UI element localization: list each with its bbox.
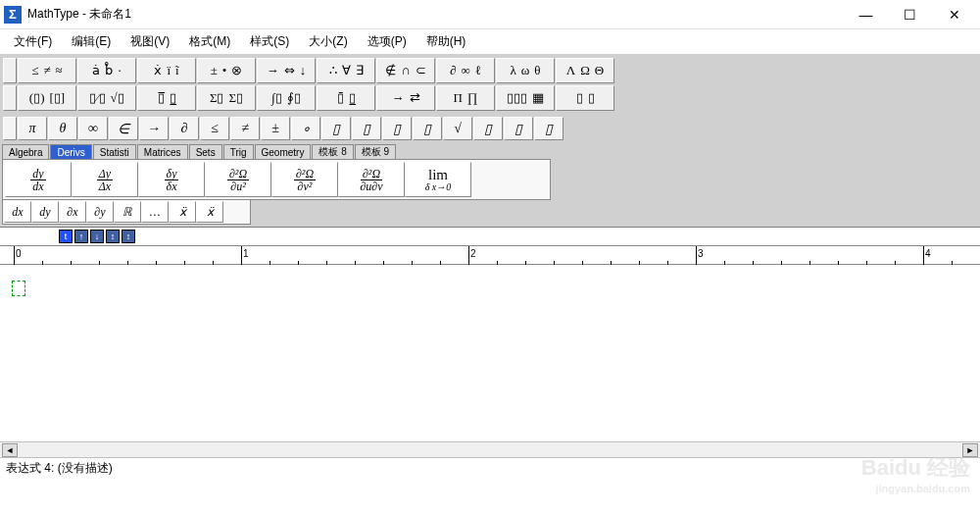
symbol-palette-5[interactable]: ∴∀∃ (317, 58, 375, 83)
constant-16[interactable]: ▯ (504, 117, 533, 140)
maximize-button[interactable]: ☐ (888, 1, 932, 28)
constant-3[interactable]: ∈ (109, 117, 138, 140)
constant-14[interactable]: √ (443, 117, 472, 140)
symbol-palette-8[interactable]: ▯▯▯▦ (496, 85, 555, 111)
tab-statisti[interactable]: Statisti (93, 144, 136, 159)
menu-7[interactable]: 帮助(H) (416, 30, 476, 53)
symbol-palette-2[interactable]: ▯̅▯̲ (137, 85, 196, 111)
constant-2[interactable]: ∞ (78, 117, 108, 140)
tab-matrices[interactable]: Matrices (137, 144, 188, 159)
constant-8[interactable]: ± (261, 117, 290, 140)
menu-4[interactable]: 样式(S) (240, 30, 299, 53)
menu-2[interactable]: 视图(V) (121, 30, 179, 53)
symbol-palette-0[interactable]: (▯)[▯] (18, 85, 76, 111)
minimize-button[interactable]: — (844, 1, 888, 28)
deriv-expr-6[interactable]: limδ x→0 (405, 162, 471, 197)
toolbar-handle[interactable] (3, 85, 17, 111)
app-icon: Σ (4, 6, 22, 24)
toolbar-handle[interactable] (3, 58, 17, 83)
symbol-palette-0[interactable]: ≤≠≈ (18, 58, 76, 83)
deriv-expr-1[interactable]: ΔyΔx (72, 162, 138, 197)
constant-1[interactable]: θ (48, 117, 77, 140)
symbol-palette-4[interactable]: →⇔↓ (257, 58, 316, 83)
deriv-expr-5[interactable]: ∂²Ω∂u∂v (338, 162, 405, 197)
deriv-sym-0[interactable]: dx (4, 201, 31, 223)
constant-9[interactable]: ∘ (291, 117, 320, 140)
deriv-sym-4[interactable]: ℝ (114, 201, 141, 223)
symbol-palette-5[interactable]: ▯̄▯̲ (317, 85, 375, 111)
ruler[interactable]: 01234 (0, 245, 980, 265)
constant-0[interactable]: π (18, 117, 47, 140)
status-bar: 表达式 4: (没有描述) (0, 457, 980, 475)
symbol-palette-1[interactable]: ▯⁄▯√▯ (77, 85, 136, 111)
window-title: MathType - 未命名1 (27, 6, 844, 23)
deriv-sym-1[interactable]: dy (31, 201, 59, 223)
tabstrip-icon-4[interactable]: ↕ (122, 230, 135, 243)
tabstrip-icon-3[interactable]: ↕ (106, 230, 120, 243)
menu-3[interactable]: 格式(M) (179, 30, 240, 53)
tab-trig[interactable]: Trig (223, 144, 254, 159)
symbol-palette-3[interactable]: Σ▯Σ▯ (197, 85, 256, 111)
menu-6[interactable]: 选项(P) (358, 30, 416, 53)
watermark: Baidu 经验 jingyan.baidu.com (861, 453, 970, 494)
tab-模板 9[interactable]: 模板 9 (355, 144, 396, 159)
deriv-expr-4[interactable]: ∂²Ω∂v² (271, 162, 338, 197)
tab-derivs[interactable]: Derivs (50, 144, 91, 159)
tabstrip-icon-2[interactable]: ↓ (90, 230, 104, 243)
constant-5[interactable]: ∂ (170, 117, 199, 140)
menu-1[interactable]: 编辑(E) (62, 30, 121, 53)
deriv-expr-3[interactable]: ∂²Ω∂u² (205, 162, 271, 197)
symbol-palette-2[interactable]: ẋïĩ (137, 58, 196, 83)
ruler-mark-3: 3 (698, 248, 704, 259)
tabstrip-icon-0[interactable]: t (59, 230, 73, 243)
horizontal-scrollbar[interactable]: ◄ ► (0, 441, 980, 457)
const-handle[interactable] (3, 117, 17, 140)
deriv-sym-7[interactable]: ẍ (196, 201, 223, 223)
constant-11[interactable]: ▯ (352, 117, 381, 140)
constant-13[interactable]: ▯ (413, 117, 442, 140)
tabstrip-icon-1[interactable]: ↑ (74, 230, 88, 243)
menu-5[interactable]: 大小(Z) (299, 30, 357, 53)
ruler-mark-0: 0 (16, 248, 22, 259)
symbol-palette-8[interactable]: λωθ (496, 58, 555, 83)
editor-area[interactable] (0, 265, 980, 441)
symbol-palette-9[interactable]: ▯▯ (556, 85, 614, 111)
symbol-palette-6[interactable]: ∉∩⊂ (376, 58, 435, 83)
symbol-palette-4[interactable]: ∫▯∮▯ (257, 85, 316, 111)
constant-15[interactable]: ▯ (473, 117, 503, 140)
constant-4[interactable]: → (139, 117, 169, 140)
tab-模板 8[interactable]: 模板 8 (312, 144, 353, 159)
constant-10[interactable]: ▯ (321, 117, 351, 140)
symbol-palette-6[interactable]: →⇄ (376, 85, 435, 111)
equation-cursor (12, 281, 25, 296)
symbol-palette-3[interactable]: ±•⊗ (197, 58, 256, 83)
symbol-palette-7[interactable]: ∂∞ℓ (436, 58, 495, 83)
deriv-expr-0[interactable]: dydx (5, 162, 72, 197)
deriv-expr-2[interactable]: δyδx (138, 162, 205, 197)
constant-6[interactable]: ≤ (200, 117, 229, 140)
ruler-mark-4: 4 (925, 248, 931, 259)
constant-17[interactable]: ▯ (534, 117, 564, 140)
close-button[interactable]: ✕ (932, 1, 976, 28)
ruler-mark-1: 1 (243, 248, 249, 259)
menu-0[interactable]: 文件(F) (4, 30, 62, 53)
tab-geometry[interactable]: Geometry (255, 144, 312, 159)
deriv-sym-2[interactable]: ∂x (59, 201, 86, 223)
symbol-palette-7[interactable]: Π∏ (436, 85, 495, 111)
deriv-sym-6[interactable]: ẍ (169, 201, 196, 223)
ruler-mark-2: 2 (470, 248, 476, 259)
constant-12[interactable]: ▯ (382, 117, 412, 140)
deriv-sym-3[interactable]: ∂y (86, 201, 114, 223)
deriv-sym-5[interactable]: … (141, 201, 169, 223)
tab-algebra[interactable]: Algebra (2, 144, 49, 159)
toolbar-area: ≤≠≈ȧb̊·ẋïĩ±•⊗→⇔↓∴∀∃∉∩⊂∂∞ℓλωθΛΩΘ (▯)[▯]▯⁄… (0, 55, 980, 228)
symbol-palette-1[interactable]: ȧb̊· (77, 58, 136, 83)
constant-7[interactable]: ≠ (230, 117, 260, 140)
menubar: 文件(F)编辑(E)视图(V)格式(M)样式(S)大小(Z)选项(P)帮助(H) (0, 29, 980, 55)
tab-sets[interactable]: Sets (189, 144, 222, 159)
symbol-palette-9[interactable]: ΛΩΘ (556, 58, 614, 83)
scroll-left-button[interactable]: ◄ (2, 443, 18, 457)
